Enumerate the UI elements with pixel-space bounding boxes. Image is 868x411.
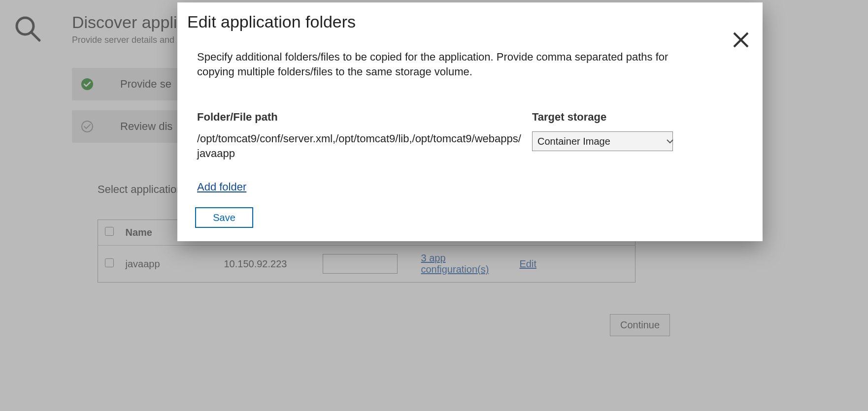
target-storage-column: Target storage Container Image: [532, 111, 680, 160]
save-button[interactable]: Save: [195, 207, 253, 228]
modal-description: Specify additional folders/files to be c…: [197, 50, 703, 79]
target-storage-header: Target storage: [532, 111, 680, 124]
folder-path-value: /opt/tomcat9/conf/server.xml,/opt/tomcat…: [197, 131, 522, 160]
add-folder-link[interactable]: Add folder: [197, 181, 246, 193]
edit-folders-modal: Edit application folders Specify additio…: [177, 2, 763, 241]
folder-path-header: Folder/File path: [197, 111, 522, 124]
close-icon[interactable]: [731, 30, 751, 50]
folder-path-column: Folder/File path /opt/tomcat9/conf/serve…: [197, 111, 522, 160]
modal-title: Edit application folders: [187, 12, 753, 32]
target-storage-select[interactable]: Container Image: [532, 131, 673, 151]
modal-columns: Folder/File path /opt/tomcat9/conf/serve…: [197, 111, 743, 160]
